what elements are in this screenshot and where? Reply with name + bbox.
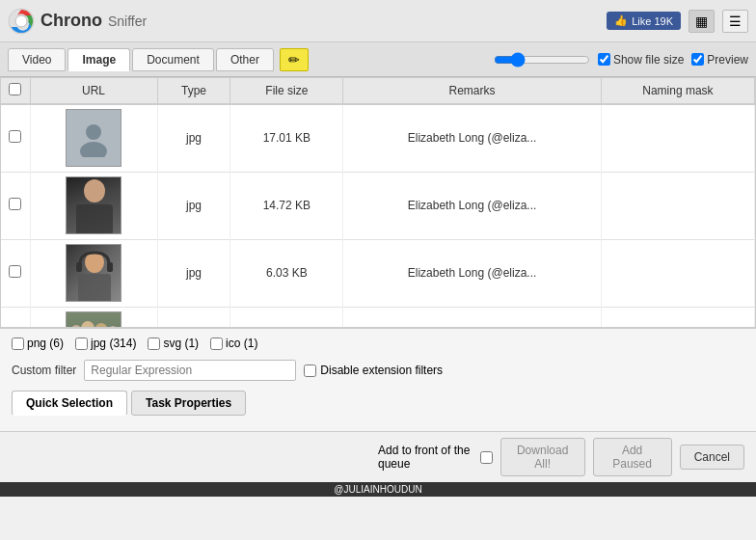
add-to-front-checkbox[interactable] [480,451,493,464]
svg-point-13 [94,323,108,328]
headphones-thumbnail [66,244,122,302]
edit-button[interactable]: ✏ [280,48,309,71]
svg-point-11 [70,325,82,328]
show-file-size-label[interactable]: Show file size [598,53,684,67]
person-silhouette [67,177,122,234]
person-thumbnail [66,176,122,234]
row-checkbox-cell[interactable] [1,104,30,172]
tab-image[interactable]: Image [68,48,130,71]
header-right: 👍 Like 19K ▦ ☰ [607,10,748,33]
custom-filter-row: Custom filter Disable extension filters [12,360,744,381]
watermark-bar: @JULIAINHOUDUN [0,482,756,497]
row-checkbox-cell[interactable] [1,307,30,328]
cancel-button[interactable]: Cancel [680,445,744,470]
filter-svg[interactable]: svg (1) [148,337,199,350]
avatar-thumbnail [66,109,122,167]
row-checkbox[interactable] [9,265,21,278]
tab-document[interactable]: Document [132,48,214,71]
svg-point-5 [84,179,105,202]
group-silhouette [67,312,122,328]
quick-selection-tab[interactable]: Quick Selection [12,391,127,416]
svg-rect-9 [76,262,82,272]
row-type: jpg [157,172,230,239]
fb-thumb-icon: 👍 [614,14,628,27]
disable-ext-label[interactable]: Disable extension filters [304,364,443,377]
col-url: URL [30,78,157,104]
show-file-size-checkbox[interactable] [598,53,610,66]
png-checkbox[interactable] [12,338,24,350]
svg-point-4 [80,142,107,157]
row-remarks: Elizabeth Long (@eliza... [343,239,602,307]
row-type: jpg [157,104,230,172]
app-header: Chrono Sniffer 👍 Like 19K ▦ ☰ [0,0,756,42]
row-remarks: Elizabeth Long (@eliza... [343,172,602,239]
col-remarks: Remarks [343,78,602,104]
row-image-cell [30,239,157,307]
table-row: jpg 17.01 KB Elizabeth Long (@eliza... [1,104,755,172]
custom-filter-label: Custom filter [12,364,76,377]
add-paused-button[interactable]: Add Paused [593,438,672,476]
row-naming-mask [601,239,754,307]
tab-other[interactable]: Other [216,48,274,71]
row-naming-mask [601,307,754,328]
row-checkbox-cell[interactable] [1,172,30,239]
col-naming-mask: Naming mask [601,78,754,104]
fb-like-label: Like 19K [632,15,673,27]
chrome-icon [8,8,35,35]
table-row: jpg 14.72 KB Elizabeth Long (@eliza... [1,172,755,239]
row-naming-mask [601,104,754,172]
group-thumbnail [66,311,122,328]
avatar-icon [74,119,113,157]
filter-png[interactable]: png (6) [12,337,64,350]
svg-point-12 [81,321,94,328]
select-all-checkbox[interactable] [9,83,21,95]
bottom-tabs: Quick Selection Task Properties [12,391,744,416]
row-filesize: 20.8 KB [230,307,343,328]
ico-checkbox[interactable] [210,338,223,350]
add-to-front-area: Add to front of the queue [12,444,493,471]
image-table-container: URL Type File size Remarks Naming mask [0,77,756,328]
app-subtitle: Sniffer [108,14,147,29]
app-logo: Chrono Sniffer [8,8,147,35]
add-to-front-label: Add to front of the queue [378,444,476,471]
disable-ext-checkbox[interactable] [304,364,316,377]
footer: Add to front of the queue Download All! … [0,431,756,482]
svg-checkbox[interactable] [148,338,160,350]
tab-slider-area: Show file size Preview [494,52,748,68]
row-image-cell [30,104,157,172]
filter-jpg[interactable]: jpg (314) [75,337,136,350]
row-filesize: 17.01 KB [230,104,343,172]
row-filesize: 14.72 KB [230,172,343,239]
svg-rect-10 [107,262,113,272]
svg-point-14 [107,326,119,328]
row-checkbox[interactable] [9,198,21,210]
filter-section: png (6) jpg (314) svg (1) ico (1) Custom… [0,328,756,431]
task-properties-tab[interactable]: Task Properties [131,391,246,416]
row-naming-mask [601,172,754,239]
svg-rect-6 [76,204,113,234]
row-type: jpg [157,239,230,307]
jpg-checkbox[interactable] [75,338,88,350]
list-view-button[interactable]: ☰ [722,10,748,33]
row-filesize: 6.03 KB [230,239,343,307]
size-slider[interactable] [494,52,590,68]
svg-point-3 [86,124,101,140]
row-checkbox-cell[interactable] [1,239,30,307]
preview-checkbox[interactable] [691,53,704,66]
row-image-cell [30,172,157,239]
row-image-cell [30,307,157,328]
download-all-button[interactable]: Download All! [500,438,585,476]
tab-video[interactable]: Video [8,48,66,71]
col-filesize: File size [230,78,343,104]
grid-view-button[interactable]: ▦ [688,10,715,33]
slider-container [494,52,590,68]
row-type: jpg [157,307,230,328]
svg-rect-8 [78,274,111,302]
table-row: jpg 20.8 KB Computershare (@com... [1,307,755,328]
fb-like-button[interactable]: 👍 Like 19K [607,12,681,30]
preview-label[interactable]: Preview [691,53,748,67]
col-checkbox[interactable] [1,78,30,104]
filter-ico[interactable]: ico (1) [210,337,257,350]
row-checkbox[interactable] [9,130,21,143]
custom-filter-input[interactable] [84,360,296,381]
